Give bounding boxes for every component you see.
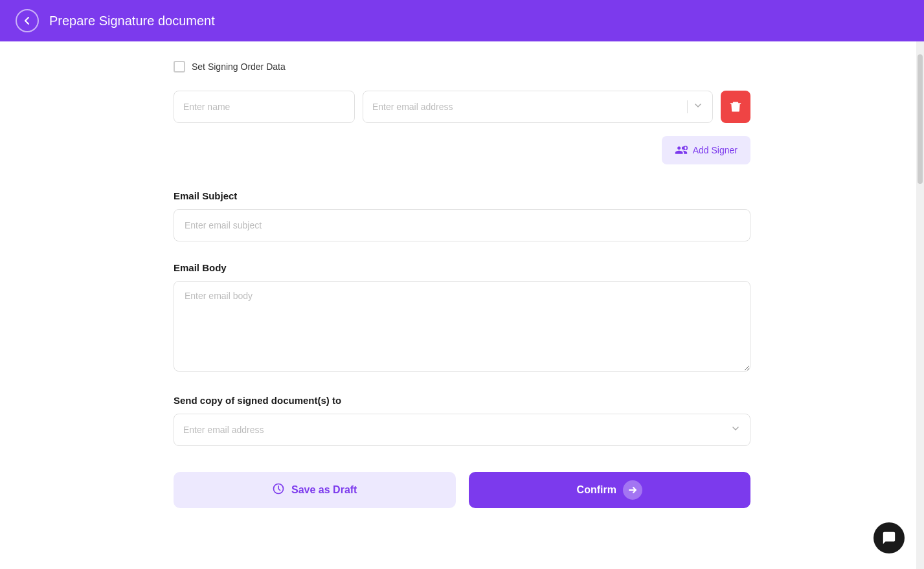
delete-signer-button[interactable] — [721, 91, 750, 123]
send-copy-section: Send copy of signed document(s) to — [174, 395, 750, 446]
email-dropdown-arrow-icon[interactable] — [687, 100, 703, 113]
email-subject-input[interactable] — [174, 209, 750, 241]
email-subject-section: Email Subject — [174, 190, 750, 241]
add-signer-button[interactable]: Add Signer — [662, 136, 750, 164]
signing-order-label: Set Signing Order Data — [192, 61, 286, 72]
copy-email-dropdown-icon[interactable] — [730, 423, 741, 436]
email-body-textarea[interactable] — [174, 281, 750, 372]
chat-widget-button[interactable] — [873, 522, 905, 553]
page-header: Prepare Signature document — [0, 0, 924, 41]
chat-icon — [882, 531, 896, 545]
confirm-button[interactable]: Confirm — [469, 472, 751, 508]
back-button[interactable] — [16, 9, 39, 32]
page-title: Prepare Signature document — [49, 14, 215, 28]
signer-email-wrapper — [363, 91, 713, 123]
send-copy-email-wrapper — [174, 414, 750, 446]
signer-name-input[interactable] — [174, 91, 355, 123]
send-copy-label: Send copy of signed document(s) to — [174, 395, 750, 406]
add-signer-label: Add Signer — [693, 145, 738, 155]
save-draft-button[interactable]: Save as Draft — [174, 472, 456, 508]
confirm-arrow-icon — [623, 480, 642, 500]
signer-row — [174, 91, 750, 123]
scrollbar-thumb[interactable] — [918, 54, 923, 184]
confirm-label: Confirm — [577, 484, 616, 496]
email-subject-label: Email Subject — [174, 190, 750, 201]
add-signer-row: Add Signer — [174, 136, 750, 164]
signing-order-row: Set Signing Order Data — [174, 61, 750, 73]
main-content: Set Signing Order Data — [0, 41, 924, 569]
clock-icon — [272, 482, 285, 498]
email-body-section: Email Body — [174, 262, 750, 374]
scrollbar[interactable] — [916, 41, 924, 569]
bottom-buttons: Save as Draft Confirm — [174, 472, 750, 528]
send-copy-email-input[interactable] — [183, 425, 730, 435]
signing-order-checkbox[interactable] — [174, 61, 185, 73]
add-person-icon — [675, 144, 688, 157]
save-draft-label: Save as Draft — [291, 484, 357, 496]
signer-email-input[interactable] — [372, 102, 687, 112]
email-body-label: Email Body — [174, 262, 750, 273]
